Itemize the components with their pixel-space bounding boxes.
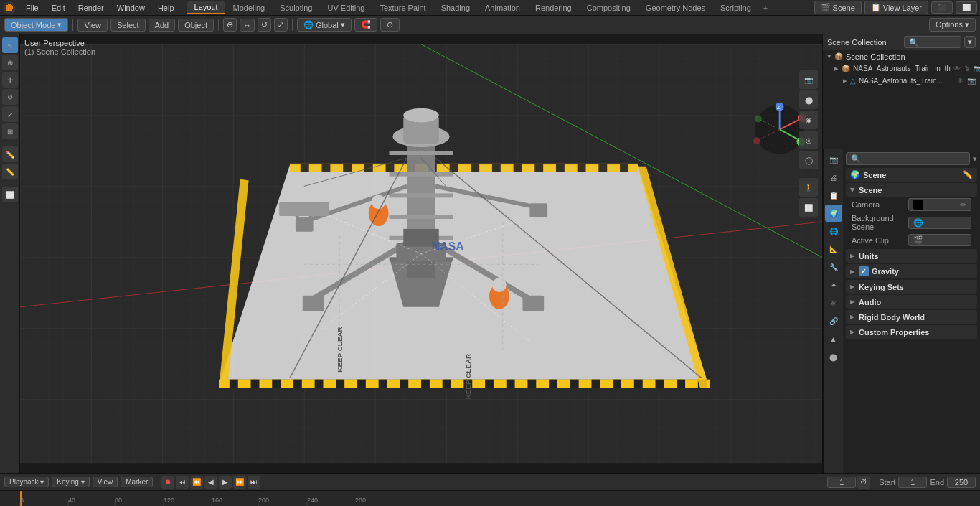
skip-end-button[interactable]: ⏭ [248,476,260,489]
menu-render[interactable]: Render [72,2,110,14]
object-menu[interactable]: Object [178,19,214,32]
transform-selector[interactable]: 🌐 Global ▾ [297,18,352,32]
keying-menu[interactable]: Keying ▾ [52,477,89,487]
record-button[interactable]: ⏺ [161,476,174,489]
marker-menu[interactable]: Marker [121,477,153,487]
restrict-icon[interactable]: 🖱 [963,65,971,72]
render-props-icon[interactable]: 📷 [825,151,842,168]
viewport-shading-material[interactable]: ◉ [799,111,818,129]
step-forward-button[interactable]: ⏩ [233,476,246,489]
render-icon[interactable]: 📷 [974,65,980,72]
world-props-icon[interactable]: 🌐 [825,222,842,240]
custom-properties-header[interactable]: ▸ Custom Properties [846,325,977,339]
units-header[interactable]: ▸ Units [846,249,977,263]
view-layer-selector[interactable]: 📋 View Layer [864,1,928,14]
select-menu[interactable]: Select [110,19,146,32]
properties-search[interactable] [846,152,970,165]
outliner-scene-collection[interactable]: ▾ 📦 Scene Collection [823,50,980,62]
scale-tool-left[interactable]: ⤢ [2,106,18,122]
particles-props-icon[interactable]: ✦ [825,276,842,294]
select-tool[interactable]: ↖ [2,37,18,53]
start-frame-input[interactable]: 1 [898,477,927,488]
playback-menu[interactable]: Playback ▾ [4,477,49,487]
play-reverse-button[interactable]: ◀ [204,476,217,489]
tab-uv-editing[interactable]: UV Editing [320,2,372,14]
output-props-icon[interactable]: 🖨 [825,169,842,186]
menu-edit[interactable]: Edit [46,2,71,14]
active-clip-value[interactable]: 🎬 [908,234,972,246]
tab-modeling[interactable]: Modeling [226,2,273,14]
mesh-render-icon[interactable]: 📷 [967,77,976,85]
tab-geometry-nodes[interactable]: Geometry Nodes [639,2,712,14]
options-button[interactable]: Options ▾ [929,18,976,32]
constraints-props-icon[interactable]: 🔗 [825,312,842,329]
physics-props-icon[interactable]: ⚛ [825,294,842,311]
outliner-filter-button[interactable]: ▾ [964,36,976,48]
tab-texture-paint[interactable]: Texture Paint [372,2,433,14]
skip-start-button[interactable]: ⏮ [176,476,189,489]
timeline-view-menu[interactable]: View [93,477,118,487]
move-tool-left[interactable]: ✛ [2,72,18,88]
tab-shading[interactable]: Shading [434,2,477,14]
gravity-header[interactable]: ▸ ✓ Gravity [846,264,977,278]
view-layer-props-icon[interactable]: 📋 [825,187,842,204]
scene-subsection-header[interactable]: ▾ Scene [846,183,977,197]
add-workspace-button[interactable]: + [759,2,772,14]
menu-window[interactable]: Window [111,2,151,14]
modifier-props-icon[interactable]: 🔧 [825,258,842,276]
prop-edit-icon[interactable]: ✏️ [963,170,973,179]
data-props-icon[interactable]: ▲ [825,330,842,347]
tab-scripting[interactable]: Scripting [713,2,758,14]
rigid-body-header[interactable]: ▸ Rigid Body World [846,310,977,324]
object-props-icon[interactable]: 📐 [825,240,842,258]
current-frame-input[interactable]: 1 [827,477,856,488]
tab-animation[interactable]: Animation [478,2,527,14]
fullscreen-button[interactable]: ⬜ [956,1,977,14]
menu-file[interactable]: File [20,2,44,14]
properties-menu-button[interactable]: ▾ [973,154,977,164]
tab-layout[interactable]: Layout [187,1,225,14]
proportional-edit[interactable]: ⊙ [380,18,400,32]
engine-selector[interactable]: ⬛ [931,1,953,14]
rotate-tool-left[interactable]: ↺ [2,89,18,105]
move-tool[interactable]: ↔ [240,19,255,32]
scene-header[interactable]: 🌍 Scene ✏️ [846,168,977,182]
scene-selector[interactable]: 🎬 Scene [814,1,862,14]
background-scene-value[interactable]: 🌐 [908,217,972,229]
keying-sets-header[interactable]: ▸ Keying Sets [846,280,977,294]
eye-icon[interactable]: 👁 [953,65,961,72]
viewport-shading-wireframe[interactable]: ◯ [799,151,818,169]
tab-sculpting[interactable]: Sculpting [273,2,319,14]
viewport-shading-solid[interactable]: ⬤ [799,90,818,109]
gravity-checkbox[interactable]: ✓ [859,266,869,276]
end-frame-input[interactable]: 250 [947,477,976,488]
viewport-shading-rendered[interactable]: ◎ [799,131,818,149]
mesh-eye-icon[interactable]: 👁 [957,77,964,85]
snap-button[interactable]: 🧲 [354,18,377,32]
view-menu[interactable]: View [77,19,108,32]
camera-view-button[interactable]: 📷 [799,70,818,89]
tab-compositing[interactable]: Compositing [580,2,638,14]
walk-navigation[interactable]: 🚶 [799,178,818,197]
transform-tool[interactable]: ⊞ [2,123,18,139]
camera-value[interactable]: ✏ [908,198,972,211]
material-props-icon[interactable]: ⬤ [825,348,842,365]
cursor-tool[interactable]: ⊕ [223,18,237,32]
scene-props-icon[interactable]: 🌍 [825,205,842,222]
rotate-tool[interactable]: ↺ [258,18,271,32]
annotate-tool[interactable]: ✏️ [2,146,18,162]
mode-selector[interactable]: Object Mode ▾ [4,18,68,32]
tab-rendering[interactable]: Rendering [528,2,579,14]
scale-tool[interactable]: ⤢ [274,18,288,32]
step-back-button[interactable]: ⏪ [190,476,203,489]
add-menu[interactable]: Add [149,19,176,32]
frame-clock-button[interactable]: ⏱ [857,476,870,489]
menu-help[interactable]: Help [152,2,180,14]
audio-header[interactable]: ▸ Audio [846,295,977,309]
outliner-mesh-item[interactable]: ▸ △ NASA_Astronauts_Train... 👁 📷 [823,75,980,87]
outliner-collection-item[interactable]: ▸ 📦 NASA_Astronauts_Train_in_th 👁 🖱 📷 [823,62,980,75]
viewport-3d[interactable]: NASA KEEP CLEAR KEEP CLEAR [20,34,822,473]
zoom-extents[interactable]: ⬜ [799,198,818,217]
edit-pen-icon[interactable]: ✏ [960,200,966,210]
cursor-tool-left[interactable]: ⊕ [2,55,18,70]
